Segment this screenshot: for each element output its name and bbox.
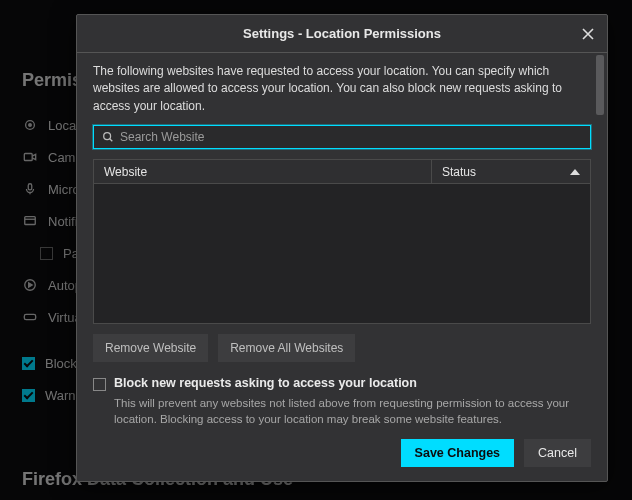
column-label: Website xyxy=(104,165,147,179)
search-input-container[interactable] xyxy=(93,125,591,149)
block-new-requests-label: Block new requests asking to access your… xyxy=(114,376,417,390)
location-permissions-modal: Settings - Location Permissions The foll… xyxy=(76,14,608,482)
save-changes-button[interactable]: Save Changes xyxy=(401,439,514,467)
sort-ascending-icon xyxy=(570,169,580,175)
remove-all-websites-button[interactable]: Remove All Websites xyxy=(218,334,355,362)
search-icon xyxy=(102,131,114,143)
modal-scrollbar[interactable] xyxy=(596,55,604,475)
block-new-requests-checkbox[interactable] xyxy=(93,378,106,391)
table-body-empty xyxy=(93,184,591,324)
column-status[interactable]: Status xyxy=(432,165,590,179)
cancel-button[interactable]: Cancel xyxy=(524,439,591,467)
close-icon xyxy=(582,28,594,40)
table-header: Website Status xyxy=(93,159,591,183)
block-new-requests-help: This will prevent any websites not liste… xyxy=(114,395,591,427)
search-input[interactable] xyxy=(120,130,582,144)
close-button[interactable] xyxy=(575,21,601,47)
scrollbar-thumb[interactable] xyxy=(596,55,604,115)
remove-website-button[interactable]: Remove Website xyxy=(93,334,208,362)
modal-header: Settings - Location Permissions xyxy=(77,15,607,53)
column-label: Status xyxy=(442,165,476,179)
svg-point-7 xyxy=(104,133,111,140)
modal-footer: Save Changes Cancel xyxy=(77,427,607,481)
column-website[interactable]: Website xyxy=(94,160,432,182)
modal-title: Settings - Location Permissions xyxy=(243,26,441,41)
modal-description: The following websites have requested to… xyxy=(93,63,591,115)
